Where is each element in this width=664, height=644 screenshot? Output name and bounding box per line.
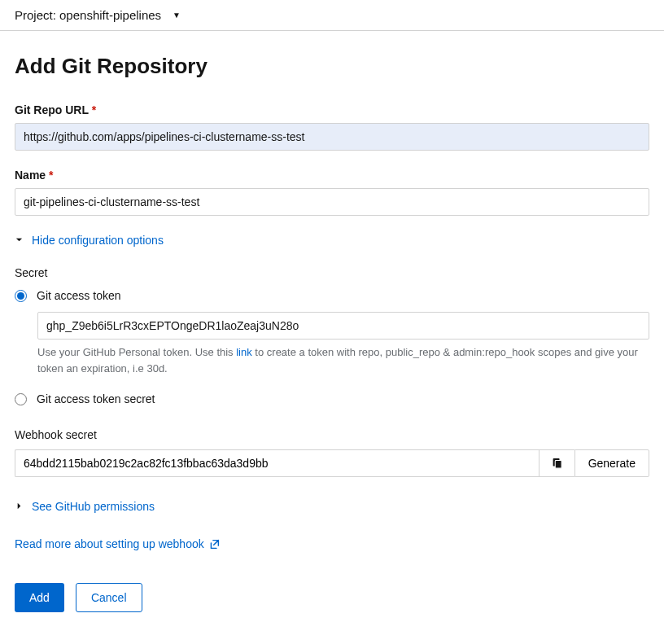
radio-secret-input[interactable] (15, 393, 27, 405)
name-input[interactable] (15, 188, 649, 216)
hide-config-label: Hide configuration options (32, 234, 164, 247)
button-row: Add Cancel (15, 583, 649, 612)
radio-token-input[interactable] (15, 290, 27, 302)
webhook-row: Generate (15, 449, 649, 477)
project-label: Project: openshift-pipelines (15, 8, 161, 22)
token-help-link[interactable]: link (236, 346, 252, 358)
token-block: Use your GitHub Personal token. Use this… (37, 312, 649, 376)
name-group: Name (15, 169, 649, 216)
webhook-input[interactable] (15, 449, 539, 477)
cancel-button[interactable]: Cancel (76, 583, 142, 612)
permissions-label: See GitHub permissions (32, 500, 155, 513)
radio-git-access-token-secret[interactable]: Git access token secret (15, 392, 649, 405)
git-repo-url-group: Git Repo URL (15, 103, 649, 151)
name-label: Name (15, 169, 649, 182)
token-input[interactable] (37, 312, 649, 340)
copy-icon (551, 458, 562, 469)
git-repo-url-label: Git Repo URL (15, 103, 649, 116)
secret-section-label: Secret (15, 266, 649, 279)
webhook-label: Webhook secret (15, 428, 649, 441)
project-bar: Project: openshift-pipelines ▼ (0, 0, 664, 31)
radio-secret-label: Git access token secret (37, 392, 155, 405)
page-title: Add Git Repository (15, 54, 649, 79)
svg-rect-1 (555, 461, 561, 469)
radio-git-access-token[interactable]: Git access token (15, 289, 649, 302)
webhook-generate-button[interactable]: Generate (574, 449, 649, 477)
chevron-down-icon (15, 234, 24, 247)
read-more-webhook-link[interactable]: Read more about setting up webhook (15, 537, 220, 550)
page-content: Add Git Repository Git Repo URL Name Hid… (0, 31, 664, 627)
token-help-text: Use your GitHub Personal token. Use this… (37, 344, 649, 376)
chevron-right-icon (15, 501, 24, 513)
github-permissions-toggle[interactable]: See GitHub permissions (15, 500, 649, 513)
project-dropdown-caret[interactable]: ▼ (173, 11, 181, 20)
radio-token-label: Git access token (37, 289, 121, 302)
external-link-icon (209, 539, 220, 550)
add-button[interactable]: Add (15, 583, 64, 612)
webhook-copy-button[interactable] (539, 449, 574, 477)
hide-config-toggle[interactable]: Hide configuration options (15, 234, 649, 247)
git-repo-url-input[interactable] (15, 123, 649, 151)
